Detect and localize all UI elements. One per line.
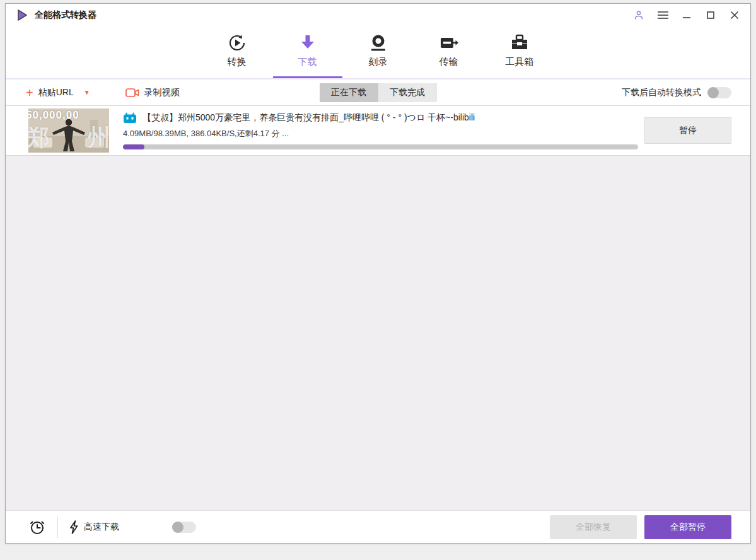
maximize-icon[interactable]: [704, 8, 718, 22]
auto-convert-toggle[interactable]: [707, 87, 731, 98]
high-speed-label: 高速下载: [84, 522, 119, 533]
segment-downloading[interactable]: 正在下载: [320, 83, 378, 102]
download-title: 【艾叔】郑州5000万豪宅里，养条巨贵有没有排面_哔哩哔哩 ( ° - ° )つ…: [142, 112, 475, 124]
download-status-text: 4.09MB/98.39MB, 386.04KB/S,还剩4.17 分 ...: [123, 128, 638, 139]
transfer-icon: [439, 33, 459, 53]
high-speed-control: 高速下载: [69, 520, 119, 534]
download-view-segments: 正在下载 下载完成: [320, 83, 437, 102]
toolbox-icon: [509, 33, 530, 53]
download-icon: [298, 33, 317, 53]
convert-icon: [227, 33, 247, 53]
auto-convert-control: 下载后自动转换模式: [622, 87, 731, 98]
resume-all-button[interactable]: 全部恢复: [550, 515, 637, 539]
user-icon[interactable]: [632, 8, 646, 22]
tab-label: 工具箱: [505, 56, 533, 68]
footer-buttons: 全部恢复 全部暂停: [550, 515, 731, 539]
pause-button[interactable]: 暂停: [644, 117, 731, 144]
tab-label: 下载: [298, 56, 317, 68]
thumbnail-char-right: 州: [88, 122, 109, 153]
download-list-empty-area: [6, 156, 750, 510]
high-speed-toggle[interactable]: [172, 522, 196, 533]
download-item-row[interactable]: 50,000,00 郑 州 【艾叔】郑州5000万豪宅里，养条巨贵有没有排面_哔…: [6, 105, 750, 156]
window-controls: [632, 8, 741, 22]
tab-download[interactable]: 下载: [282, 26, 334, 78]
alarm-clock-icon[interactable]: [28, 518, 46, 536]
tab-label: 刻录: [369, 56, 388, 68]
burn-icon: [369, 33, 388, 53]
segment-completed[interactable]: 下载完成: [378, 83, 437, 102]
plus-icon: +: [26, 86, 33, 99]
tab-convert[interactable]: 转换: [211, 26, 263, 78]
paste-url-button[interactable]: + 粘贴URL ▼: [26, 86, 90, 99]
thumbnail-char-left: 郑: [28, 122, 50, 153]
thumbnail-caption-top: 50,000,00: [28, 109, 109, 122]
close-icon[interactable]: [728, 8, 741, 22]
app-title: 全能格式转换器: [35, 9, 96, 21]
app-window: 全能格式转换器 转换: [5, 3, 751, 544]
footer-divider: [57, 516, 58, 538]
tab-label: 转换: [228, 56, 247, 68]
tab-toolbox[interactable]: 工具箱: [494, 26, 545, 78]
progress-fill: [123, 144, 144, 149]
minimize-icon[interactable]: [680, 8, 694, 22]
paste-url-label: 粘贴URL: [38, 87, 74, 98]
video-thumbnail: 50,000,00 郑 州: [28, 108, 109, 153]
toggle-knob: [172, 522, 183, 533]
app-logo-icon: [16, 9, 28, 21]
auto-convert-label: 下载后自动转换模式: [622, 87, 701, 98]
download-item-info: 【艾叔】郑州5000万豪宅里，养条巨贵有没有排面_哔哩哔哩 ( ° - ° )つ…: [123, 112, 638, 149]
tab-burn[interactable]: 刻录: [352, 26, 404, 78]
nav-tabs: 转换 下载 刻录 传输 工具箱: [6, 26, 750, 78]
footer-bar: 高速下载 全部恢复 全部暂停: [6, 510, 750, 543]
chevron-down-icon[interactable]: ▼: [84, 89, 90, 96]
bilibili-icon: [123, 112, 137, 124]
camera-icon: [125, 88, 139, 98]
title-bar: 全能格式转换器: [6, 4, 750, 26]
record-video-button[interactable]: 录制视频: [125, 87, 180, 98]
lightning-icon: [69, 520, 78, 534]
pause-all-button[interactable]: 全部暂停: [644, 515, 731, 539]
record-video-label: 录制视频: [144, 87, 180, 98]
tab-label: 传输: [439, 56, 458, 68]
tab-transfer[interactable]: 传输: [423, 26, 475, 78]
toggle-knob: [707, 87, 719, 98]
menu-icon[interactable]: [656, 8, 670, 22]
progress-bar: [123, 144, 638, 149]
download-toolbar: + 粘贴URL ▼ 录制视频 正在下载 下载完成 下载后自动转换模式: [6, 79, 750, 105]
